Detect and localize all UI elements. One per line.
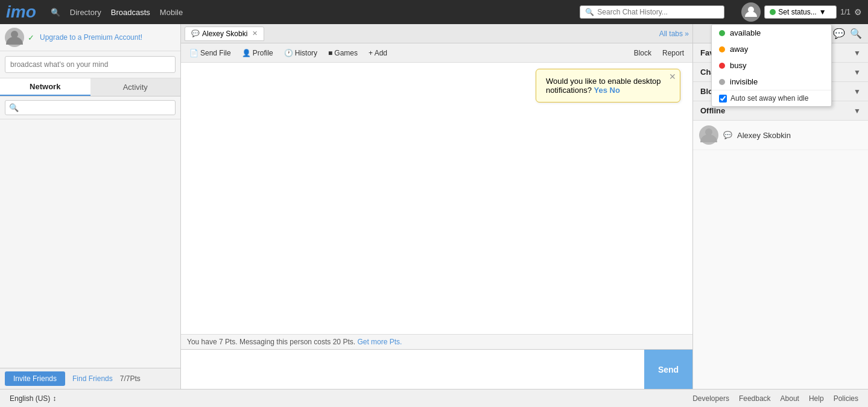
find-friends-link[interactable]: Find Friends [72,374,113,383]
footer: English (US) ↕ Developers Feedback About… [0,389,868,407]
footer-policies[interactable]: Policies [834,394,858,403]
notification-close[interactable]: ✕ [669,72,676,81]
broadcast-area [0,51,180,78]
search-history-input[interactable] [597,8,719,16]
search-icon-small: 🔍 [51,8,60,17]
offline-label: Offline [700,106,725,115]
status-option-invisible[interactable]: invisible [712,74,831,90]
message-input[interactable] [181,350,644,389]
offline-chevron: ▼ [854,107,861,115]
away-dot [719,46,725,52]
tab-activity[interactable]: Activity [90,78,181,96]
tab-network[interactable]: Network [0,78,90,96]
chat-messages: ✕ Would you like to enable desktop notif… [181,63,692,334]
user-row: ✓ Upgrade to a Premium Account! [0,24,180,51]
blocked-chevron: ▼ [854,87,861,96]
status-indicator [770,9,776,15]
status-button[interactable]: Set status... ▼ [764,5,837,19]
nav-mobile[interactable]: Mobile [160,8,183,17]
user-avatar-top [741,2,761,22]
chat-chevron: ▼ [854,68,861,77]
report-label: Report [662,49,684,57]
footer-links: Developers Feedback About Help Policies [692,394,858,403]
top-nav: imo 🔍 Directory Broadcasts Mobile 🔍 Set … [0,0,868,24]
right-search-icon[interactable]: 🔍 [850,28,862,39]
status-option-available[interactable]: available [712,25,831,41]
history-button[interactable]: 🕐 History [280,47,321,59]
invisible-dot [719,79,725,85]
profile-button[interactable]: 👤 Profile [238,47,277,59]
send-file-icon: 📄 [189,49,198,57]
message-input-area: Send [181,349,692,389]
pts-bar: You have 7 Pts. Messaging this person co… [181,334,692,349]
premium-upgrade-link[interactable]: Upgrade to a Premium Account! [40,33,142,42]
language-chevron-icon: ↕ [52,394,56,403]
imo-logo: imo [6,2,36,22]
add-button[interactable]: + Add [365,47,391,59]
chat-area: 💬 Alexey Skobki ✕ All tabs » 📄 Send File… [181,24,693,389]
auto-idle-checkbox[interactable] [719,95,727,103]
nav-broadcasts[interactable]: Broadcasts [111,8,150,17]
search-contacts: 🔍 [0,96,180,119]
favorites-chevron: ▼ [854,49,861,57]
status-dropdown: available away busy invisible Auto set a… [711,24,832,107]
settings-icon[interactable]: ⚙ [854,7,862,17]
top-right-controls: Set status... ▼ 1/1 ⚙ [741,2,862,22]
contact-name: Alexey Skobkin [737,131,791,140]
contact-avatar [699,125,718,145]
footer-about[interactable]: About [781,394,799,403]
chat-tabs: 💬 Alexey Skobki ✕ All tabs » [181,24,692,43]
language-label: English (US) [10,394,50,403]
contact-offline-icon: 💬 [723,131,732,139]
all-tabs-button[interactable]: All tabs » [659,30,689,38]
get-more-pts-link[interactable]: Get more Pts. [357,338,402,346]
auto-idle-row: Auto set away when idle [712,90,831,106]
available-label: available [730,28,761,37]
history-label: History [295,49,317,57]
left-sidebar: ✓ Upgrade to a Premium Account! Network … [0,24,181,389]
offline-contacts-list: 💬 Alexey Skobkin [693,121,868,150]
search-icon-nav: 🔍 [585,8,594,16]
auto-idle-label: Auto set away when idle [730,94,808,103]
language-selector[interactable]: English (US) ↕ [10,394,56,403]
counter-badge: 1/1 [840,8,851,16]
block-button[interactable]: Block [630,47,655,59]
footer-feedback[interactable]: Feedback [739,394,771,403]
add-label: + Add [369,49,387,57]
friends-count: 7/7Pts [120,374,141,383]
chat-tab-alexey[interactable]: 💬 Alexey Skobki ✕ [185,27,264,41]
report-button[interactable]: Report [659,47,688,59]
chat-new-icon[interactable]: 💬 [833,28,845,39]
contacts-search-input[interactable] [19,104,171,112]
notification-yes[interactable]: Yes [594,86,607,95]
send-button[interactable]: Send [644,350,692,389]
status-label: Set status... [778,8,816,16]
footer-developers[interactable]: Developers [692,394,729,403]
status-option-busy[interactable]: busy [712,57,831,74]
premium-icon: ✓ [28,33,34,42]
network-activity-tabs: Network Activity [0,78,180,96]
busy-dot [719,63,725,69]
footer-help[interactable]: Help [809,394,824,403]
block-label: Block [634,49,651,57]
invisible-label: invisible [730,77,758,86]
invite-friends-button[interactable]: Invite Friends [5,371,65,386]
busy-label: busy [730,61,746,70]
chevron-down-icon: ▼ [819,8,826,16]
nav-directory[interactable]: Directory [70,8,101,17]
search-bar-top[interactable]: 🔍 [580,5,724,19]
list-item[interactable]: 💬 Alexey Skobkin [693,121,868,150]
status-option-away[interactable]: away [712,41,831,57]
bottom-left-bar: Invite Friends Find Friends 7/7Pts [0,368,180,389]
search-contacts-box[interactable]: 🔍 [5,100,176,115]
pts-text: You have 7 Pts. Messaging this person co… [187,338,355,346]
games-icon: ■ [328,49,332,57]
chat-tab-close[interactable]: ✕ [252,30,258,37]
games-label: Games [334,49,358,57]
send-file-button[interactable]: 📄 Send File [186,47,235,59]
send-file-label: Send File [200,49,231,57]
chat-toolbar: 📄 Send File 👤 Profile 🕐 History ■ Games … [181,43,692,63]
notification-no[interactable]: No [610,86,620,95]
games-button[interactable]: ■ Games [325,47,361,59]
broadcast-input[interactable] [5,56,176,73]
